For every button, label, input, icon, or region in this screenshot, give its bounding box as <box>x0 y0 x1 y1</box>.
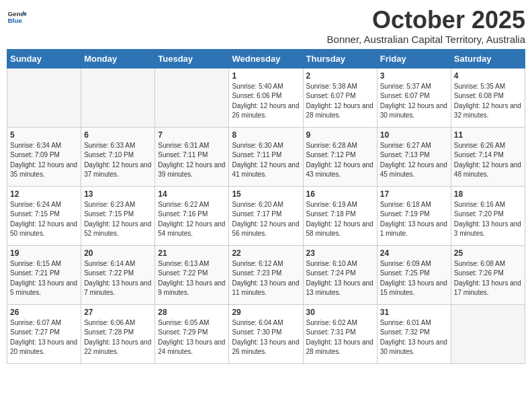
day-cell-25: 25Sunrise: 6:08 AMSunset: 7:26 PMDayligh… <box>451 245 525 304</box>
week-row-3: 12Sunrise: 6:24 AMSunset: 7:15 PMDayligh… <box>7 186 525 245</box>
day-info: Sunrise: 6:31 AMSunset: 7:11 PMDaylight:… <box>158 141 226 180</box>
day-number: 20 <box>84 248 152 258</box>
day-number: 31 <box>380 308 448 317</box>
day-info: Sunrise: 6:06 AMSunset: 7:28 PMDaylight:… <box>84 318 152 357</box>
day-number: 19 <box>10 248 78 258</box>
day-info: Sunrise: 6:05 AMSunset: 7:29 PMDaylight:… <box>158 318 226 357</box>
day-info: Sunrise: 6:10 AMSunset: 7:24 PMDaylight:… <box>306 259 374 298</box>
day-info: Sunrise: 5:35 AMSunset: 6:08 PMDaylight:… <box>454 82 522 121</box>
day-cell-11: 11Sunrise: 6:26 AMSunset: 7:14 PMDayligh… <box>451 127 525 186</box>
day-header-wednesday: Wednesday <box>229 49 303 68</box>
day-cell-4: 4Sunrise: 5:35 AMSunset: 6:08 PMDaylight… <box>451 68 525 127</box>
day-info: Sunrise: 6:01 AMSunset: 7:32 PMDaylight:… <box>380 318 448 357</box>
empty-cell <box>451 304 525 363</box>
day-number: 24 <box>380 248 448 258</box>
day-number: 12 <box>10 189 78 199</box>
day-cell-5: 5Sunrise: 6:34 AMSunset: 7:09 PMDaylight… <box>7 127 81 186</box>
day-number: 2 <box>306 71 374 81</box>
day-number: 26 <box>10 308 78 317</box>
day-info: Sunrise: 6:26 AMSunset: 7:14 PMDaylight:… <box>454 141 522 180</box>
day-info: Sunrise: 6:02 AMSunset: 7:31 PMDaylight:… <box>306 318 374 357</box>
logo-icon: General Blue <box>7 7 27 27</box>
day-cell-29: 29Sunrise: 6:04 AMSunset: 7:30 PMDayligh… <box>229 304 303 363</box>
day-cell-24: 24Sunrise: 6:09 AMSunset: 7:25 PMDayligh… <box>377 245 451 304</box>
day-number: 9 <box>306 130 374 140</box>
day-number: 7 <box>158 130 226 140</box>
day-info: Sunrise: 6:30 AMSunset: 7:11 PMDaylight:… <box>232 141 300 180</box>
day-number: 30 <box>306 308 374 317</box>
day-info: Sunrise: 6:27 AMSunset: 7:13 PMDaylight:… <box>380 141 448 180</box>
week-row-1: 1Sunrise: 5:40 AMSunset: 6:06 PMDaylight… <box>7 68 525 127</box>
day-cell-12: 12Sunrise: 6:24 AMSunset: 7:15 PMDayligh… <box>7 186 81 245</box>
day-info: Sunrise: 6:24 AMSunset: 7:15 PMDaylight:… <box>10 200 78 239</box>
title-block: October 2025 Bonner, Australian Capital … <box>327 7 525 45</box>
day-cell-21: 21Sunrise: 6:13 AMSunset: 7:22 PMDayligh… <box>155 245 229 304</box>
day-info: Sunrise: 6:34 AMSunset: 7:09 PMDaylight:… <box>10 141 78 180</box>
day-info: Sunrise: 6:23 AMSunset: 7:15 PMDaylight:… <box>84 200 152 239</box>
day-info: Sunrise: 5:40 AMSunset: 6:06 PMDaylight:… <box>232 82 300 121</box>
day-cell-23: 23Sunrise: 6:10 AMSunset: 7:24 PMDayligh… <box>303 245 377 304</box>
day-info: Sunrise: 6:04 AMSunset: 7:30 PMDaylight:… <box>232 318 300 357</box>
day-number: 28 <box>158 308 226 317</box>
day-info: Sunrise: 6:14 AMSunset: 7:22 PMDaylight:… <box>84 259 152 298</box>
day-number: 6 <box>84 130 152 140</box>
empty-cell <box>155 68 229 127</box>
day-cell-26: 26Sunrise: 6:07 AMSunset: 7:27 PMDayligh… <box>7 304 81 363</box>
empty-cell <box>81 68 155 127</box>
day-number: 25 <box>454 248 522 258</box>
day-info: Sunrise: 6:07 AMSunset: 7:27 PMDaylight:… <box>10 318 78 357</box>
day-cell-30: 30Sunrise: 6:02 AMSunset: 7:31 PMDayligh… <box>303 304 377 363</box>
day-info: Sunrise: 6:18 AMSunset: 7:19 PMDaylight:… <box>380 200 448 239</box>
day-number: 23 <box>306 248 374 258</box>
day-cell-9: 9Sunrise: 6:28 AMSunset: 7:12 PMDaylight… <box>303 127 377 186</box>
day-header-saturday: Saturday <box>451 49 525 68</box>
day-header-tuesday: Tuesday <box>155 49 229 68</box>
day-number: 16 <box>306 189 374 199</box>
day-cell-14: 14Sunrise: 6:22 AMSunset: 7:16 PMDayligh… <box>155 186 229 245</box>
week-row-2: 5Sunrise: 6:34 AMSunset: 7:09 PMDaylight… <box>7 127 525 186</box>
week-row-4: 19Sunrise: 6:15 AMSunset: 7:21 PMDayligh… <box>7 245 525 304</box>
day-cell-2: 2Sunrise: 5:38 AMSunset: 6:07 PMDaylight… <box>303 68 377 127</box>
day-number: 22 <box>232 248 300 258</box>
day-number: 4 <box>454 71 522 81</box>
page-header: General Blue October 2025 Bonner, Austra… <box>7 7 525 45</box>
day-info: Sunrise: 6:28 AMSunset: 7:12 PMDaylight:… <box>306 141 374 180</box>
day-info: Sunrise: 5:38 AMSunset: 6:07 PMDaylight:… <box>306 82 374 121</box>
day-cell-1: 1Sunrise: 5:40 AMSunset: 6:06 PMDaylight… <box>229 68 303 127</box>
day-number: 17 <box>380 189 448 199</box>
day-number: 1 <box>232 71 300 81</box>
day-header-monday: Monday <box>81 49 155 68</box>
day-number: 13 <box>84 189 152 199</box>
day-number: 10 <box>380 130 448 140</box>
day-number: 8 <box>232 130 300 140</box>
location: Bonner, Australian Capital Territory, Au… <box>327 34 525 45</box>
day-info: Sunrise: 6:22 AMSunset: 7:16 PMDaylight:… <box>158 200 226 239</box>
day-cell-3: 3Sunrise: 5:37 AMSunset: 6:07 PMDaylight… <box>377 68 451 127</box>
day-cell-16: 16Sunrise: 6:19 AMSunset: 7:18 PMDayligh… <box>303 186 377 245</box>
day-cell-22: 22Sunrise: 6:12 AMSunset: 7:23 PMDayligh… <box>229 245 303 304</box>
day-number: 3 <box>380 71 448 81</box>
day-cell-10: 10Sunrise: 6:27 AMSunset: 7:13 PMDayligh… <box>377 127 451 186</box>
day-number: 14 <box>158 189 226 199</box>
day-cell-7: 7Sunrise: 6:31 AMSunset: 7:11 PMDaylight… <box>155 127 229 186</box>
day-number: 5 <box>10 130 78 140</box>
day-number: 15 <box>232 189 300 199</box>
svg-text:Blue: Blue <box>8 17 23 24</box>
day-header-friday: Friday <box>377 49 451 68</box>
day-info: Sunrise: 6:15 AMSunset: 7:21 PMDaylight:… <box>10 259 78 298</box>
day-info: Sunrise: 6:09 AMSunset: 7:25 PMDaylight:… <box>380 259 448 298</box>
day-cell-15: 15Sunrise: 6:20 AMSunset: 7:17 PMDayligh… <box>229 186 303 245</box>
day-info: Sunrise: 5:37 AMSunset: 6:07 PMDaylight:… <box>380 82 448 121</box>
day-cell-28: 28Sunrise: 6:05 AMSunset: 7:29 PMDayligh… <box>155 304 229 363</box>
day-cell-18: 18Sunrise: 6:16 AMSunset: 7:20 PMDayligh… <box>451 186 525 245</box>
day-cell-8: 8Sunrise: 6:30 AMSunset: 7:11 PMDaylight… <box>229 127 303 186</box>
day-info: Sunrise: 6:33 AMSunset: 7:10 PMDaylight:… <box>84 141 152 180</box>
day-info: Sunrise: 6:12 AMSunset: 7:23 PMDaylight:… <box>232 259 300 298</box>
logo: General Blue <box>7 7 27 27</box>
day-cell-17: 17Sunrise: 6:18 AMSunset: 7:19 PMDayligh… <box>377 186 451 245</box>
day-number: 29 <box>232 308 300 317</box>
day-info: Sunrise: 6:20 AMSunset: 7:17 PMDaylight:… <box>232 200 300 239</box>
day-cell-13: 13Sunrise: 6:23 AMSunset: 7:15 PMDayligh… <box>81 186 155 245</box>
empty-cell <box>7 68 81 127</box>
day-number: 27 <box>84 308 152 317</box>
